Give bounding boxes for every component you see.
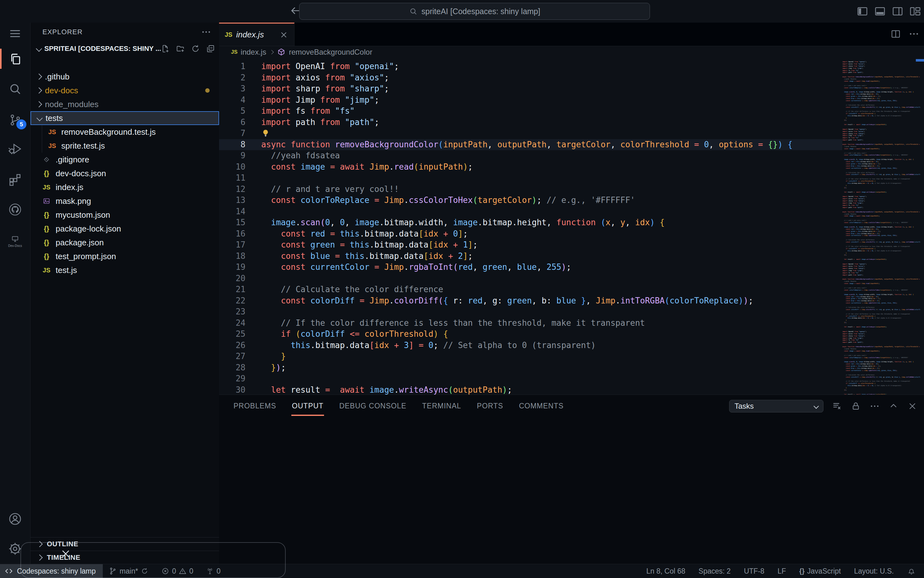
activity-github[interactable] — [0, 198, 30, 221]
maximize-panel-icon[interactable] — [888, 401, 899, 411]
split-editor-icon[interactable] — [890, 28, 901, 40]
status-item-bell[interactable] — [907, 567, 916, 575]
tree-item-test-prompt-json[interactable]: {}test_prompt.json — [31, 249, 219, 263]
tree-item-node-modules[interactable]: node_modules — [31, 97, 219, 111]
code-line-6[interactable]: 6import path from "path"; — [219, 117, 842, 128]
code-line-24[interactable]: 24 // If the color difference is less th… — [219, 318, 842, 329]
tree-item-removebackground-test-js[interactable]: JSremoveBackground.test.js — [31, 125, 219, 139]
breadcrumb-file[interactable]: index.js — [241, 48, 266, 57]
activity-dev-docs[interactable]: Dev-Docs — [0, 227, 30, 251]
status-item-ln-8-col-68[interactable]: Ln 8, Col 68 — [646, 567, 685, 575]
minimap[interactable]: import OpenAI from "openai";import axios… — [842, 61, 920, 395]
branch-status[interactable]: main* — [109, 567, 149, 575]
ports-status[interactable]: 0 — [206, 567, 221, 575]
code-line-20[interactable]: 20 — [219, 273, 842, 284]
toggle-secondary-sidebar-icon[interactable] — [891, 5, 904, 18]
code-line-9[interactable]: 9 //yeah fdsatea — [219, 150, 842, 161]
remote-indicator[interactable]: Codespaces: shiny lamp — [0, 564, 103, 578]
tree-item--gitignore[interactable]: .gitignore — [31, 153, 219, 167]
close-tab-icon[interactable] — [279, 30, 288, 40]
tree-item-dev-docs[interactable]: dev-docs — [31, 84, 219, 97]
views-more-actions-icon[interactable] — [201, 27, 211, 37]
clear-output-icon[interactable] — [831, 401, 842, 411]
output-content[interactable] — [219, 418, 924, 565]
activity-settings[interactable] — [0, 537, 30, 561]
panel-tab-ports[interactable]: PORTS — [476, 398, 504, 416]
code-line-3[interactable]: 3import sharp from "sharp"; — [219, 83, 842, 94]
code-line-13[interactable]: 13 const colorToReplace = Jimp.cssColorT… — [219, 195, 842, 206]
tree-item-sprite-test-js[interactable]: JSsprite.test.js — [31, 139, 219, 153]
code-line-27[interactable]: 27 } — [219, 351, 842, 362]
code-line-10[interactable]: 10 const image = await Jimp.read(inputPa… — [219, 161, 842, 173]
breadcrumb-symbol[interactable]: removeBackgroundColor — [289, 48, 372, 57]
code-line-4[interactable]: 4import Jimp from "jimp"; — [219, 94, 842, 106]
code-line-2[interactable]: 2import axios from "axios"; — [219, 72, 842, 84]
code-line-1[interactable]: 1import OpenAI from "openai"; — [219, 61, 842, 72]
tab-index-js[interactable]: JS index.js — [219, 23, 294, 46]
new-folder-icon[interactable] — [176, 44, 185, 54]
status-item-lf[interactable]: LF — [778, 567, 786, 575]
code-line-12[interactable]: 12 // r and t are very cool!! — [219, 184, 842, 195]
activity-accounts[interactable] — [0, 507, 30, 531]
panel-tab-debug-console[interactable]: DEBUG CONSOLE — [338, 398, 407, 416]
code-line-25[interactable]: 25 if (colorDiff <= colorThreshold) { — [219, 329, 842, 340]
tree-item-tests[interactable]: tests — [31, 111, 219, 125]
tree-item-test-js[interactable]: JStest.js — [31, 263, 219, 277]
refresh-icon[interactable] — [191, 44, 200, 54]
activity-run-debug[interactable] — [0, 137, 30, 161]
new-file-icon[interactable] — [161, 44, 170, 54]
tree-item-package-lock-json[interactable]: {}package-lock.json — [31, 222, 219, 235]
status-item-layout-u-s-[interactable]: Layout: U.S. — [854, 567, 894, 575]
collapse-folders-icon[interactable] — [206, 44, 215, 54]
toggle-sidebar-icon[interactable] — [856, 5, 869, 18]
status-item-javascript[interactable]: {}JavaScript — [799, 567, 841, 575]
code-area[interactable]: 1import OpenAI from "openai";2import axi… — [219, 58, 924, 395]
status-item-utf-8[interactable]: UTF-8 — [744, 567, 765, 575]
tree-item-dev-docs-json[interactable]: {}dev-docs.json — [31, 167, 219, 180]
editor-more-actions-icon[interactable] — [908, 28, 919, 40]
code-line-16[interactable]: 16 const red = this.bitmap.data[idx + 0]… — [219, 228, 842, 240]
tree-item-index-js[interactable]: JSindex.js — [31, 180, 219, 194]
toggle-panel-icon[interactable] — [874, 5, 886, 18]
code-line-7[interactable]: 7 — [219, 128, 842, 139]
tree-item--github[interactable]: .github — [31, 70, 219, 84]
code-line-23[interactable]: 23 — [219, 306, 842, 318]
outline-section[interactable]: OUTLINE — [31, 537, 219, 551]
activity-menu[interactable] — [0, 22, 30, 45]
code-line-14[interactable]: 14 — [219, 206, 842, 218]
code-line-8[interactable]: 8async function removeBackgroundColor(in… — [219, 139, 842, 151]
tree-item-mycustom-json[interactable]: {}mycustom.json — [31, 208, 219, 222]
code-line-17[interactable]: 17 const green = this.bitmap.data[idx + … — [219, 239, 842, 251]
code-line-28[interactable]: 28 }); — [219, 362, 842, 373]
code-line-21[interactable]: 21 // Calculate the color difference — [219, 284, 842, 295]
code-line-22[interactable]: 22 const colorDiff = Jimp.colorDiff({ r:… — [219, 295, 842, 307]
panel-tab-problems[interactable]: PROBLEMS — [233, 398, 277, 416]
code-line-18[interactable]: 18 const blue = this.bitmap.data[idx + 2… — [219, 251, 842, 262]
code-line-30[interactable]: 30 let result = await image.writeAsync(o… — [219, 385, 842, 395]
lock-scroll-icon[interactable] — [851, 401, 861, 411]
panel-more-actions-icon[interactable] — [869, 401, 880, 411]
code-line-11[interactable]: 11 — [219, 172, 842, 184]
code-line-5[interactable]: 5import fs from "fs" — [219, 106, 842, 117]
code-line-26[interactable]: 26 this.bitmap.data[idx + 3] = 0; // Set… — [219, 340, 842, 351]
panel-tab-output[interactable]: OUTPUT — [291, 398, 324, 416]
close-panel-icon[interactable] — [907, 401, 918, 411]
code-line-29[interactable]: 29 — [219, 373, 842, 385]
workspace-section-header[interactable]: SPRITEAI [CODESPACES: SHINY ... — [31, 41, 219, 56]
code-line-19[interactable]: 19 const currentColor = Jimp.rgbaToInt(r… — [219, 262, 842, 273]
problems-status[interactable]: 00 — [161, 567, 193, 575]
tree-item-mask-png[interactable]: mask.png — [31, 194, 219, 208]
command-center-search[interactable]: spriteAI [Codespaces: shiny lamp] — [299, 3, 650, 20]
timeline-section[interactable]: TIMELINE — [31, 551, 219, 564]
customize-layout-icon[interactable] — [909, 5, 921, 18]
breadcrumb[interactable]: JS index.js removeBackgroundColor — [219, 46, 924, 58]
code-line-15[interactable]: 15 image.scan(0, 0, image.bitmap.width, … — [219, 217, 842, 228]
output-channel-select[interactable]: Tasks — [729, 400, 823, 412]
panel-tab-terminal[interactable]: TERMINAL — [421, 398, 462, 416]
activity-search[interactable] — [0, 77, 30, 101]
lightbulb-icon[interactable] — [261, 129, 270, 138]
activity-extensions[interactable] — [0, 168, 30, 192]
activity-explorer[interactable] — [0, 47, 30, 71]
activity-source-control[interactable]: 5 — [0, 108, 30, 132]
tree-item-package-json[interactable]: {}package.json — [31, 235, 219, 249]
